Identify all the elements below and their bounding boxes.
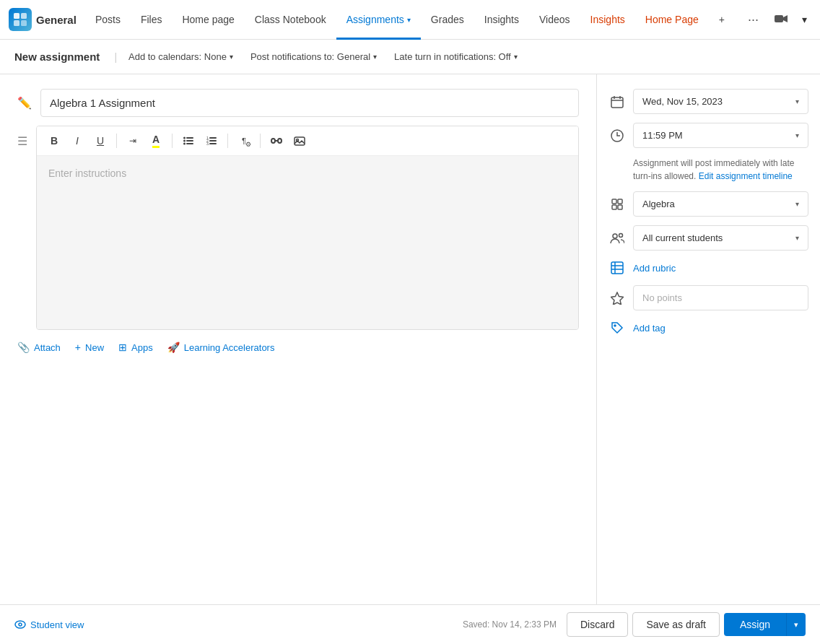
late-turn-selector[interactable]: Late turn in notifications: Off ▾ (385, 40, 526, 74)
svg-rect-29 (612, 205, 616, 209)
image-button[interactable] (289, 131, 310, 151)
edit-icon[interactable]: ✏️ (17, 96, 32, 110)
new-button[interactable]: + New (75, 341, 104, 353)
svg-rect-19 (278, 139, 282, 143)
instructions-editor[interactable]: Enter instructions (37, 156, 578, 329)
editor-wrapper: B I U ⇥ A 1.2.3. (36, 126, 579, 330)
nav-item-insights[interactable]: Insights (474, 0, 529, 40)
due-time-selector[interactable]: 11:59 PM ▾ (633, 123, 808, 148)
save-draft-button[interactable]: Save as draft (632, 612, 720, 637)
due-date-row: Wed, Nov 15, 2023 ▾ (609, 89, 808, 114)
nav-chevron-down-icon[interactable]: ▾ (798, 11, 811, 28)
nav-item-files[interactable]: Files (131, 0, 173, 40)
edit-timeline-link[interactable]: Edit assignment timeline (699, 171, 793, 181)
bold-button[interactable]: B (44, 131, 64, 151)
assignments-chevron-icon: ▾ (407, 16, 411, 24)
assign-to-selector[interactable]: All current students ▾ (633, 225, 808, 251)
subheader: New assignment | Add to calendars: None … (0, 40, 820, 74)
toolbar-separator-2 (172, 134, 173, 148)
svg-point-40 (19, 623, 22, 626)
assign-to-chevron-icon: ▾ (795, 234, 799, 242)
title-area: ✏️ (17, 89, 579, 117)
calendar-selector[interactable]: Add to calendars: None ▾ (120, 40, 242, 74)
due-date-selector[interactable]: Wed, Nov 15, 2023 ▾ (633, 89, 808, 114)
nav-add-tab[interactable]: + (709, 0, 735, 40)
due-time-chevron-icon: ▾ (795, 131, 799, 139)
due-date-chevron-icon: ▾ (795, 97, 799, 105)
nav-item-posts[interactable]: Posts (85, 0, 131, 40)
attach-button[interactable]: 📎 Attach (17, 341, 61, 353)
apps-button[interactable]: ⊞ Apps (118, 341, 153, 353)
nav-item-classnotebook[interactable]: Class Notebook (245, 0, 336, 40)
assignment-title-input[interactable] (40, 89, 579, 117)
nav-item-grades[interactable]: Grades (421, 0, 474, 40)
student-view-button[interactable]: Student view (14, 619, 84, 630)
add-rubric-button[interactable]: Add rubric (633, 263, 676, 274)
svg-point-39 (15, 621, 25, 628)
bullet-list-button[interactable] (178, 131, 199, 151)
svg-point-10 (183, 143, 186, 145)
page-title: New assignment (14, 51, 100, 63)
apps-icon: ⊞ (118, 341, 127, 353)
nav-item-homepage2[interactable]: Home Page (635, 0, 709, 40)
nav-item-videos[interactable]: Videos (529, 0, 580, 40)
svg-rect-28 (618, 199, 622, 204)
svg-point-8 (183, 140, 186, 142)
svg-rect-9 (186, 140, 193, 142)
svg-rect-15 (209, 140, 217, 142)
assign-to-row: All current students ▾ (609, 225, 808, 251)
rubric-icon (609, 259, 626, 277)
calendar-icon (609, 93, 626, 110)
assign-caret-button[interactable]: ▾ (786, 613, 806, 636)
app-icon[interactable] (9, 8, 32, 31)
points-input[interactable]: No points (633, 285, 808, 310)
learning-accelerators-button[interactable]: 🚀 Learning Accelerators (167, 341, 275, 353)
tag-row: Add tag (609, 319, 808, 336)
camera-icon[interactable] (770, 11, 792, 29)
students-icon (609, 230, 626, 247)
accelerators-icon: 🚀 (167, 341, 180, 353)
nav-extras: ··· ▾ (742, 9, 811, 30)
add-tag-button[interactable]: Add tag (633, 323, 666, 334)
indent-button[interactable]: ⇥ (123, 131, 143, 151)
svg-rect-33 (611, 262, 623, 274)
underline-button[interactable]: U (90, 131, 110, 151)
svg-point-38 (614, 325, 616, 326)
italic-button[interactable]: I (67, 131, 87, 151)
category-selector[interactable]: Algebra ▾ (633, 191, 808, 217)
discard-button[interactable]: Discard (567, 612, 628, 637)
svg-point-31 (613, 234, 617, 238)
link-button[interactable] (266, 131, 287, 151)
svg-rect-1 (21, 13, 27, 19)
top-navigation: General Posts Files Home page Class Note… (0, 0, 820, 40)
right-panel: Wed, Nov 15, 2023 ▾ 11:59 PM ▾ Assignmen… (596, 74, 820, 604)
nav-item-insights2[interactable]: Insights (580, 0, 635, 40)
points-row: No points (609, 285, 808, 310)
svg-rect-7 (186, 137, 193, 139)
svg-marker-5 (783, 15, 788, 22)
svg-rect-4 (775, 15, 783, 22)
nav-item-assignments[interactable]: Assignments ▾ (336, 0, 421, 40)
highlight-button[interactable]: A (146, 131, 166, 151)
app-name: General (36, 14, 77, 26)
paragraph-style-button[interactable]: ¶⚙ (234, 131, 254, 151)
numbered-list-button[interactable]: 1.2.3. (201, 131, 222, 151)
svg-rect-30 (618, 205, 622, 209)
category-row: Algebra ▾ (609, 191, 808, 217)
svg-rect-27 (612, 199, 616, 204)
rubric-row: Add rubric (609, 259, 808, 277)
toolbar-separator-1 (116, 134, 117, 148)
star-icon (609, 290, 626, 307)
tag-icon (609, 319, 626, 336)
assign-button-group: Assign ▾ (724, 613, 806, 636)
notification-chevron-icon: ▾ (373, 53, 377, 61)
nav-items-container: Posts Files Home page Class Notebook Ass… (85, 0, 738, 40)
assign-button[interactable]: Assign (724, 613, 786, 636)
svg-rect-0 (14, 13, 19, 19)
nav-item-homepage[interactable]: Home page (172, 0, 244, 40)
svg-rect-22 (611, 97, 623, 108)
due-time-row: 11:59 PM ▾ (609, 123, 808, 148)
more-options-icon[interactable]: ··· (742, 9, 764, 30)
eye-icon (14, 620, 26, 629)
notification-selector[interactable]: Post notifications to: General ▾ (242, 40, 385, 74)
